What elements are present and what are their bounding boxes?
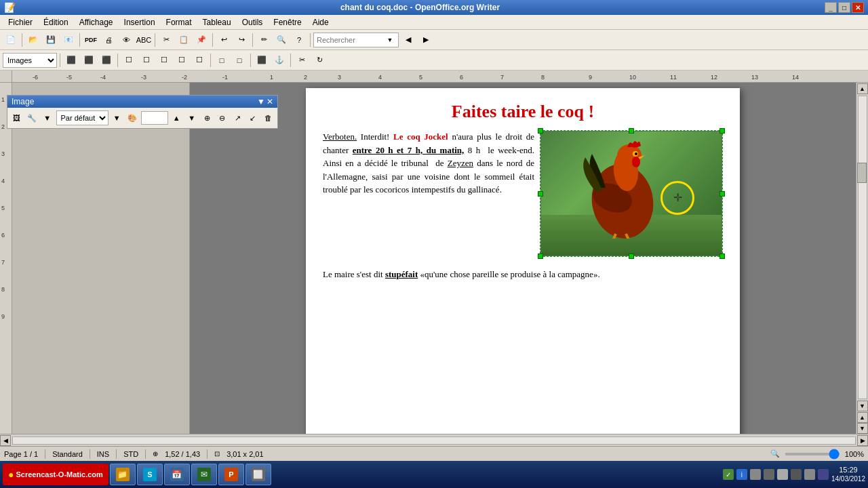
- menu-fenetre[interactable]: Fenêtre: [268, 16, 307, 28]
- scroll-left-button[interactable]: ◀: [0, 435, 11, 446]
- img-filter-dropdown[interactable]: ▼: [41, 110, 54, 126]
- wrap-btn2[interactable]: ☐: [138, 52, 155, 68]
- anchor-btn[interactable]: ⚓: [271, 52, 288, 68]
- pdf-button[interactable]: PDF: [83, 32, 99, 48]
- align-right-button[interactable]: ⬛: [98, 52, 115, 68]
- status-mode1: INS: [97, 450, 109, 458]
- svg-text:-4: -4: [100, 74, 106, 81]
- shadow-btn[interactable]: □: [231, 52, 248, 68]
- style-combo[interactable]: Images: [3, 53, 57, 68]
- help-button[interactable]: ?: [291, 32, 307, 48]
- handle-topcenter[interactable]: [629, 128, 634, 134]
- border-btn[interactable]: □: [214, 52, 230, 68]
- scroll-right-button[interactable]: ▶: [857, 435, 868, 446]
- img-wrap-dropdown[interactable]: ▼: [111, 110, 124, 126]
- preview-button[interactable]: 👁: [118, 32, 134, 48]
- document-area[interactable]: Faites taire le coq !: [190, 83, 856, 434]
- scroll-extra1[interactable]: ▲: [857, 412, 868, 423]
- svg-text:9: 9: [589, 74, 592, 81]
- img-filter-btn[interactable]: 🔧: [26, 110, 39, 126]
- image-panel-close[interactable]: ✕: [267, 97, 273, 106]
- spellcheck-button[interactable]: ABC: [136, 32, 152, 48]
- redo-button[interactable]: ↪: [233, 32, 250, 48]
- scroll-thumb[interactable]: [857, 163, 867, 183]
- menu-affichage[interactable]: Affichage: [74, 16, 119, 28]
- menu-tableau[interactable]: Tableau: [197, 16, 237, 28]
- taskbar-item-mail[interactable]: ✉: [191, 464, 217, 485]
- handle-bottomcenter[interactable]: [629, 253, 634, 259]
- maximize-button[interactable]: □: [838, 2, 850, 13]
- menu-fichier[interactable]: Fichier: [3, 16, 38, 28]
- taskbar-item-folder[interactable]: 📁: [110, 464, 136, 485]
- img-size-btn2[interactable]: ⊖: [216, 110, 229, 126]
- undo-button[interactable]: ↩: [216, 32, 232, 48]
- scroll-extra2[interactable]: ▼: [857, 423, 868, 434]
- handle-topleft[interactable]: [538, 128, 543, 134]
- img-opacity-down[interactable]: ▼: [185, 110, 199, 126]
- open-button[interactable]: 📂: [25, 32, 41, 48]
- taskbar-item-extra[interactable]: ⬜: [245, 464, 271, 485]
- scroll-track[interactable]: [858, 96, 867, 399]
- toolbar-separator: [117, 54, 118, 67]
- minimize-button[interactable]: _: [825, 2, 837, 13]
- handle-topright[interactable]: [719, 128, 725, 134]
- find-button[interactable]: 🔍: [273, 32, 290, 48]
- draw-button[interactable]: ✏: [256, 32, 272, 48]
- wrap-btn5[interactable]: ☐: [191, 52, 208, 68]
- zoom-slider[interactable]: [785, 453, 840, 455]
- image-container[interactable]: ✛: [540, 130, 723, 257]
- taskbar-item-calendar[interactable]: 📅: [164, 464, 190, 485]
- nav-next-button[interactable]: ▶: [418, 32, 434, 48]
- image-panel-expand[interactable]: ▼: [257, 97, 265, 106]
- clock-time: 15:29: [831, 466, 865, 474]
- menu-aide[interactable]: Aide: [307, 16, 334, 28]
- copy-button[interactable]: 📋: [176, 32, 192, 48]
- img-move-btn2[interactable]: ↙: [246, 110, 260, 126]
- menu-format[interactable]: Format: [161, 16, 197, 28]
- wrap-btn4[interactable]: ☐: [174, 52, 190, 68]
- crop-btn[interactable]: ✂: [294, 52, 310, 68]
- img-size-btn1[interactable]: ⊕: [201, 110, 214, 126]
- right-scrollbar[interactable]: ▲ ▼ ▲ ▼: [856, 83, 868, 434]
- horizontal-scrollbar[interactable]: ◀ ▶: [0, 434, 868, 446]
- handle-midright[interactable]: [719, 191, 725, 197]
- email-button[interactable]: 📧: [60, 32, 77, 48]
- handle-midleft[interactable]: [538, 191, 543, 197]
- scroll-h-track[interactable]: [12, 436, 856, 445]
- img-delete-btn[interactable]: 🗑: [262, 110, 275, 126]
- new-button[interactable]: 📄: [3, 32, 19, 48]
- more-btn1[interactable]: ⬛: [254, 52, 270, 68]
- align-left-button[interactable]: ⬛: [63, 52, 79, 68]
- img-color-btn[interactable]: 🎨: [125, 110, 139, 126]
- scroll-up-button[interactable]: ▲: [857, 83, 868, 94]
- handle-bottomleft[interactable]: [538, 253, 543, 259]
- img-wrap-combo[interactable]: Par défaut: [56, 110, 108, 125]
- print-button[interactable]: 🖨: [100, 32, 117, 48]
- align-center-button[interactable]: ⬛: [81, 52, 97, 68]
- image-panel-header: Image ▼ ✕: [7, 96, 277, 108]
- cut-button[interactable]: ✂: [158, 32, 174, 48]
- img-move-btn1[interactable]: ↗: [231, 110, 245, 126]
- scroll-down-button[interactable]: ▼: [857, 401, 868, 411]
- menu-insertion[interactable]: Insertion: [119, 16, 161, 28]
- search-button[interactable]: ▼: [384, 35, 395, 45]
- img-opacity-up[interactable]: ▲: [170, 110, 184, 126]
- menu-outils[interactable]: Outils: [237, 16, 269, 28]
- menu-edition[interactable]: Édition: [38, 16, 74, 28]
- screencast-button[interactable]: ● Screencast-O-Matic.com: [3, 464, 108, 485]
- wrap-btn1[interactable]: ☐: [121, 52, 137, 68]
- paste-button[interactable]: 📌: [193, 32, 210, 48]
- img-mode-btn[interactable]: 🖼: [10, 110, 24, 126]
- search-box[interactable]: ▼: [313, 33, 399, 47]
- taskbar-item-impress[interactable]: P: [218, 464, 244, 485]
- search-input[interactable]: [317, 36, 384, 44]
- img-opacity-input[interactable]: 0 %: [141, 111, 168, 125]
- close-button[interactable]: ✕: [852, 2, 864, 13]
- wrap-btn3[interactable]: ☐: [156, 52, 172, 68]
- handle-bottomright[interactable]: [719, 253, 725, 259]
- taskbar-item-skype[interactable]: S: [137, 464, 163, 485]
- svg-point-26: [635, 152, 637, 155]
- save-button[interactable]: 💾: [43, 32, 59, 48]
- rotate-btn[interactable]: ↻: [311, 52, 328, 68]
- nav-prev-button[interactable]: ◀: [400, 32, 416, 48]
